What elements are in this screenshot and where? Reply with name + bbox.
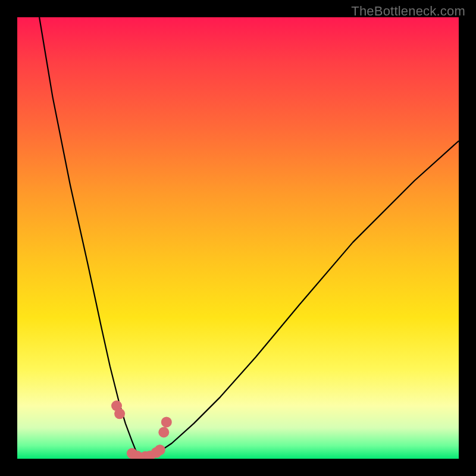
highlight-point <box>158 427 169 438</box>
bottleneck-curve <box>39 17 459 456</box>
highlight-markers <box>111 400 172 459</box>
plot-area <box>17 17 459 459</box>
chart-frame: TheBottleneck.com <box>0 0 476 476</box>
curve-overlay <box>17 17 459 459</box>
highlight-point <box>155 444 165 455</box>
watermark-text: TheBottleneck.com <box>351 4 465 19</box>
highlight-point <box>161 416 172 427</box>
highlight-point <box>114 408 125 419</box>
